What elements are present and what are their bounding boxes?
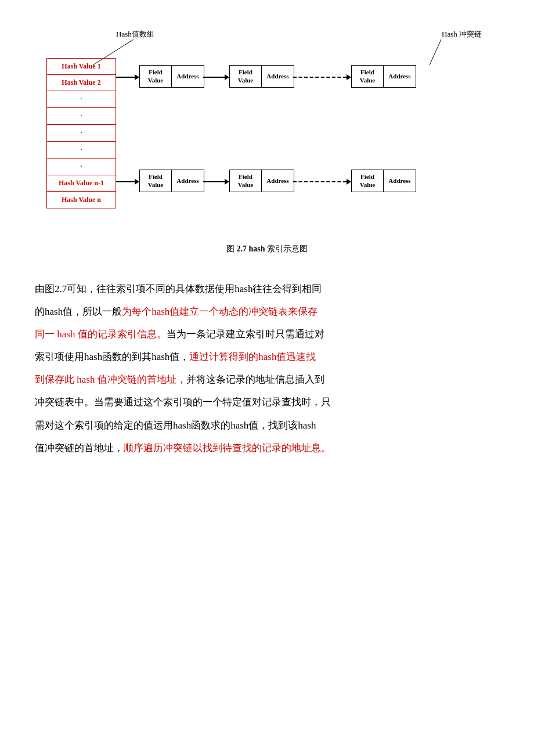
arrow-node1-node2 [203, 74, 229, 80]
arrow-dashed-row2 [293, 179, 351, 185]
node-row2-2: FieldValue Address [229, 170, 294, 192]
node-row1-1: FieldValue Address [139, 65, 204, 88]
text-p1-r2: 同一 hash 值的记录索引信息。 [35, 329, 167, 340]
hash-array-box: Hash Value 1 Hash Value 2 · · · · · Hash… [46, 58, 116, 208]
text-p1-r4: 到保存此 hash 值冲突链的首地址， [35, 374, 186, 385]
hash-value-1: Hash Value 1 [47, 59, 116, 75]
text-p1-b4: 索引项使用hash函数的到其hash值， [35, 351, 189, 362]
svg-line-1 [430, 39, 441, 65]
text-p1-b8: 值冲突链的首地址， [35, 442, 124, 453]
text-p1-r3: 通过计算得到的hash值迅速找 [189, 351, 316, 362]
dot-3: · [47, 125, 116, 142]
text-p1-b7: 需对这个索引项的给定的值运用hash函数求的hash值，找到该hash [35, 420, 316, 431]
text-block: 由图2.7可知，往往索引项不同的具体数据使用hash往往会得到相同 的hash值… [35, 278, 499, 459]
arrow-node4-node5 [203, 179, 229, 185]
hash-index-diagram: Hash值数组 Hash 冲突链 Hash Value 1 Hash Value… [35, 23, 499, 238]
label-hash-chain: Hash 冲突链 [442, 29, 482, 39]
label-hash-array: Hash值数组 [116, 29, 154, 39]
diagram-caption: 图 2.7 hash 索引示意图 [35, 244, 499, 254]
arrow-hv1-node1 [116, 74, 139, 80]
text-p1-b2: 的hash值，所以一般 [35, 306, 122, 317]
dot-2: · [47, 108, 116, 125]
dot-4: · [47, 142, 116, 159]
node-row2-3: FieldValue Address [351, 170, 416, 192]
text-p1-b3: 当为一条记录建立索引时只需通过对 [167, 329, 324, 340]
node-row1-3: FieldValue Address [351, 65, 416, 88]
text-p1-b6: 冲突链表中。当需要通过这个索引项的一个特定值对记录查找时，只 [35, 397, 331, 408]
hash-value-n1: Hash Value n-1 [47, 175, 116, 192]
dot-1: · [47, 91, 116, 108]
text-p1-r5: 顺序遍历冲突链以找到待查找的记录的地址息。 [124, 442, 331, 453]
node-row2-1: FieldValue Address [139, 170, 204, 192]
text-p1-b5: 并将这条记录的地址信息插入到 [186, 374, 324, 385]
node-row1-2: FieldValue Address [229, 65, 294, 88]
hash-value-n: Hash Value n [47, 192, 116, 208]
arrow-dashed-row1 [293, 74, 351, 80]
text-p1-b1: 由图2.7可知，往往索引项不同的具体数据使用hash往往会得到相同 [35, 283, 322, 294]
arrow-hvn1-node4 [116, 179, 139, 185]
main-text: 由图2.7可知，往往索引项不同的具体数据使用hash往往会得到相同 的hash值… [35, 278, 499, 459]
text-p1-r1: 为每个hash值建立一个动态的冲突链表来保存 [122, 306, 317, 317]
hash-value-2: Hash Value 2 [47, 75, 116, 91]
dot-5: · [47, 159, 116, 175]
